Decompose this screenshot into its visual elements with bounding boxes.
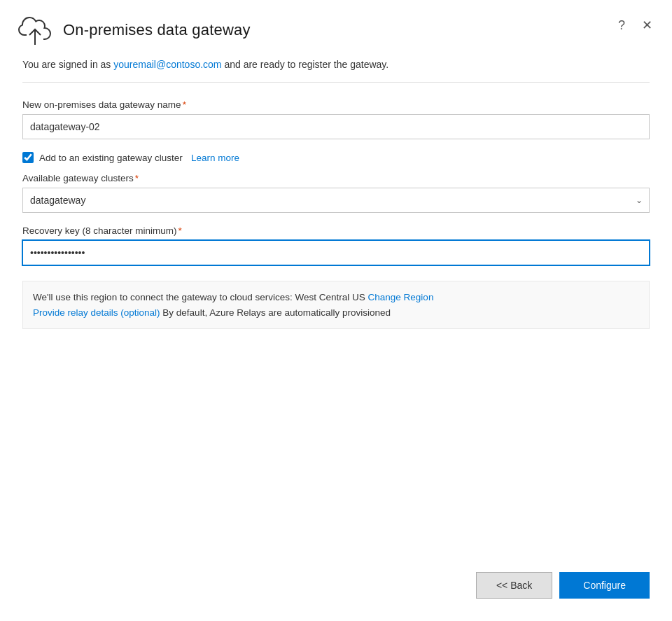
learn-more-link[interactable]: Learn more [191,153,239,163]
clusters-group: Available gateway clusters* datagateway … [22,173,650,213]
recovery-key-group: Recovery key (8 character minimum)* [22,225,650,265]
signed-in-prefix: You are signed in as [22,59,113,70]
region-prefix: We'll use this region to connect the gat… [33,292,368,302]
close-button[interactable]: ✕ [638,17,655,34]
relay-info: Provide relay details (optional) By defa… [33,305,639,321]
dialog-title: On-premises data gateway [63,21,251,39]
configure-button[interactable]: Configure [559,572,650,599]
info-section: We'll use this region to connect the gat… [22,281,650,329]
clusters-required: * [135,173,139,183]
gateway-name-required: * [183,99,186,110]
section-divider [22,82,650,83]
recovery-key-input[interactable] [22,240,650,265]
signed-in-suffix: and are ready to register the gateway. [222,59,389,70]
dialog-container: On-premises data gateway ? ✕ You are sig… [0,0,672,621]
form-section: New on-premises data gateway name* Add t… [22,99,650,329]
back-button[interactable]: << Back [476,572,552,599]
region-info: We'll use this region to connect the gat… [33,290,639,305]
clusters-label: Available gateway clusters* [22,173,650,183]
gateway-name-group: New on-premises data gateway name* [22,99,650,139]
relay-suffix: By default, Azure Relays are automatical… [160,307,391,318]
checkbox-label[interactable]: Add to an existing gateway cluster [39,153,183,163]
add-to-cluster-checkbox[interactable] [22,152,34,163]
user-email: youremail@contoso.com [113,59,221,70]
recovery-key-required: * [178,225,182,236]
relay-details-link[interactable]: Provide relay details (optional) [33,307,160,318]
signed-in-text: You are signed in as youremail@contoso.c… [22,57,650,72]
recovery-key-label: Recovery key (8 character minimum)* [22,225,650,236]
dialog-titlebar: On-premises data gateway ? ✕ [0,0,672,57]
dialog-footer: << Back Configure [0,555,672,621]
help-button[interactable]: ? [613,17,630,34]
dialog-controls: ? ✕ [613,14,655,34]
dialog-body: You are signed in as youremail@contoso.c… [0,57,672,555]
checkbox-row: Add to an existing gateway cluster Learn… [22,152,650,163]
change-region-link[interactable]: Change Region [368,292,434,302]
clusters-select-wrapper: datagateway ⌄ [22,188,650,213]
gateway-name-label: New on-premises data gateway name* [22,99,650,110]
cloud-upload-icon [17,14,53,46]
clusters-select[interactable]: datagateway [22,188,650,213]
gateway-name-input[interactable] [22,114,650,139]
dialog-title-left: On-premises data gateway [17,14,251,46]
